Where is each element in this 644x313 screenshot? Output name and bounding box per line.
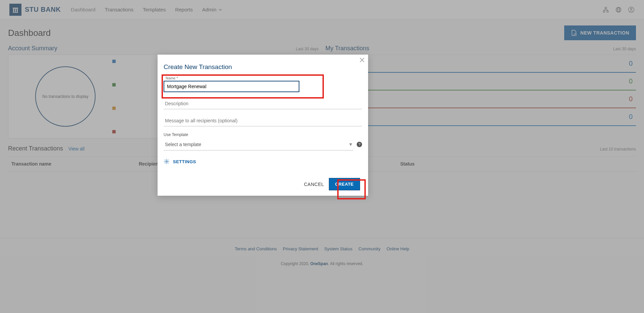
message-field-wrap <box>164 115 362 126</box>
close-icon[interactable] <box>359 57 365 63</box>
template-placeholder: Select a template <box>165 142 201 147</box>
cancel-button[interactable]: CANCEL <box>304 182 324 187</box>
message-input[interactable] <box>164 115 362 126</box>
description-input[interactable] <box>164 98 362 109</box>
annotation-highlight-create <box>337 179 366 199</box>
modal-title: Create New Transaction <box>164 63 362 71</box>
annotation-highlight-name <box>162 74 324 99</box>
modal-actions: CANCEL CREATE <box>164 178 362 190</box>
settings-link[interactable]: SETTINGS <box>164 159 362 165</box>
caret-down-icon: ▾ <box>349 141 352 147</box>
settings-label: SETTINGS <box>173 159 196 164</box>
template-select[interactable]: Select a template ▾ <box>164 138 353 150</box>
svg-point-13 <box>166 161 168 163</box>
gear-icon <box>164 159 170 165</box>
help-icon[interactable]: ? <box>357 142 362 147</box>
template-label: Use Template <box>164 132 362 137</box>
description-field-wrap <box>164 98 362 109</box>
